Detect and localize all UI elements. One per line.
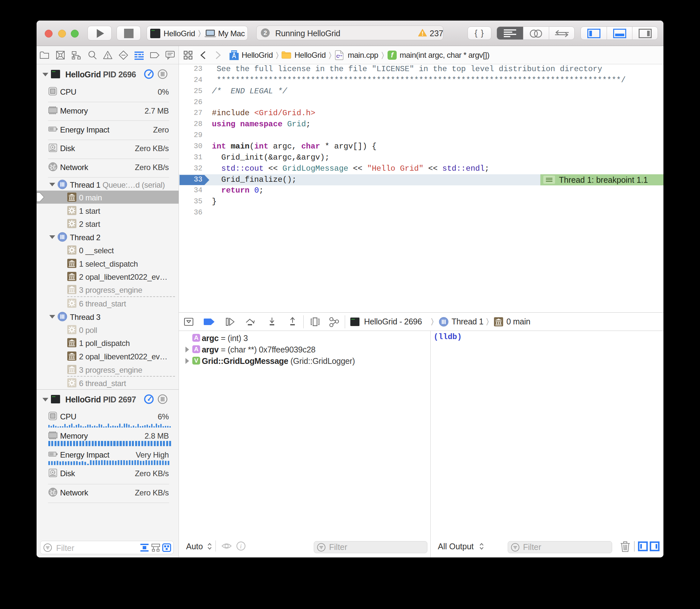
svg-text:i: i — [240, 543, 242, 550]
svg-text:++: ++ — [339, 54, 342, 57]
